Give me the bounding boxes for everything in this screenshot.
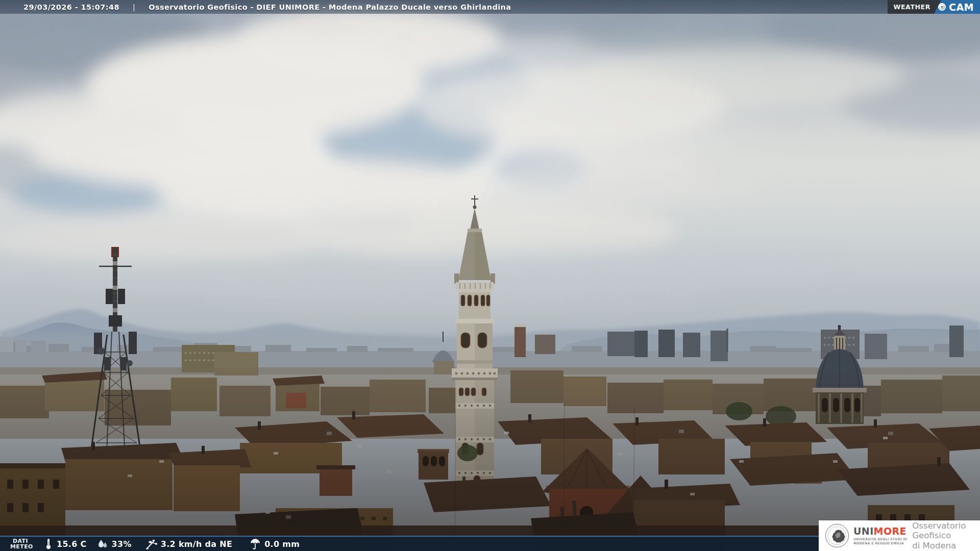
thermometer-icon — [44, 538, 53, 549]
wind-icon — [145, 538, 157, 549]
title-bar: 29/03/2026 - 15:07:48 | Osservatorio Geo… — [0, 0, 980, 14]
rain-value: 0.0 mm — [264, 539, 300, 549]
weathercam-logo: WEATHER CAM — [888, 0, 980, 14]
unimore-subtitle-line2: MODENA E REGGIO EMILIA — [853, 541, 907, 545]
unimore-logo-box: UNIMORE UNIVERSITÀ DEGLI STUDI DI MODENA… — [819, 520, 980, 551]
webcam-photo — [0, 0, 980, 551]
unimore-seal-icon — [825, 524, 849, 547]
wind-reading: 3.2 km/h da NE — [145, 538, 232, 549]
weathercam-weather-label: WEATHER — [888, 0, 934, 14]
unimore-uni-text: UNI — [853, 525, 874, 537]
humidity-icon — [97, 539, 108, 549]
separator: | — [133, 3, 135, 11]
weather-data-label: DATI METEO — [10, 538, 31, 549]
observatory-name: Osservatorio Geofisico di Modena — [912, 521, 980, 551]
rain-umbrella-icon — [250, 538, 261, 549]
weathercam-badge: CAM — [934, 0, 980, 14]
camera-lens-icon — [938, 3, 946, 11]
weathercam-cam-label: CAM — [949, 2, 974, 13]
page-title: Osservatorio Geofisico - DIEF UNIMORE - … — [149, 3, 511, 11]
wind-value: 3.2 km/h da NE — [161, 539, 232, 549]
temperature-value: 15.6 C — [57, 539, 87, 549]
datetime-text: 29/03/2026 - 15:07:48 — [23, 3, 119, 11]
temperature-reading: 15.6 C — [44, 538, 87, 549]
rain-reading: 0.0 mm — [250, 538, 300, 549]
unimore-subtitle-line1: UNIVERSITÀ DEGLI STUDI DI — [853, 537, 907, 541]
unimore-wordmark: UNIMORE UNIVERSITÀ DEGLI STUDI DI MODENA… — [853, 527, 907, 545]
unimore-more-text: MORE — [874, 525, 906, 537]
humidity-value: 33% — [112, 539, 132, 549]
webcam-screenshot: 29/03/2026 - 15:07:48 | Osservatorio Geo… — [0, 0, 980, 551]
humidity-reading: 33% — [97, 539, 132, 549]
